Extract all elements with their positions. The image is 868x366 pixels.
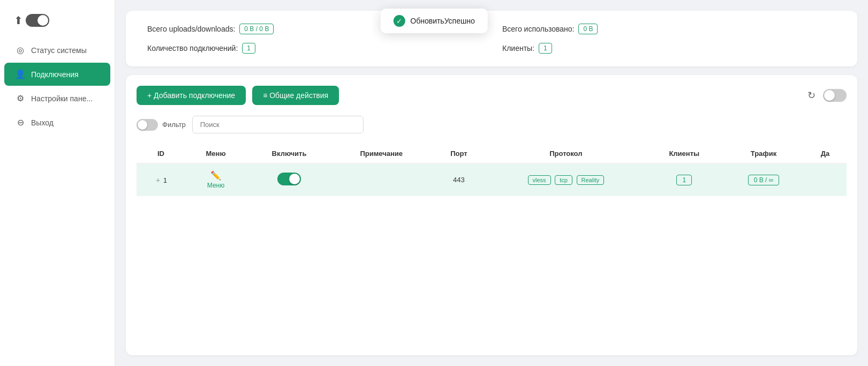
sidebar-item-panel-settings[interactable]: ⚙ Настройки пане... <box>4 87 110 110</box>
uploads-downloads-label: Всего uploads/downloads: <box>147 25 235 33</box>
toolbar-toggle-thumb <box>824 90 835 101</box>
connections-table: ID Меню Включить Примечание Порт Протоко… <box>137 144 847 196</box>
col-port: Порт <box>431 144 487 163</box>
filter-toggle-thumb <box>138 120 147 130</box>
menu-label: Меню <box>207 182 224 189</box>
connections-label: Количество подключений: <box>147 44 238 53</box>
content-card: + Добавить подключение ≡ Общие действия … <box>126 75 857 355</box>
toolbar-right: ↻ <box>805 87 847 103</box>
toolbar: + Добавить подключение ≡ Общие действия … <box>137 86 847 105</box>
cell-menu: ✏️ Меню <box>185 163 246 196</box>
col-id: ID <box>137 144 185 163</box>
stats-card: Всего uploads/downloads: 0 B / 0 B Всего… <box>126 11 857 66</box>
filter-label: Фильтр <box>162 121 186 129</box>
col-protocol: Протокол <box>487 144 645 163</box>
sidebar-item-connections[interactable]: 👤 Подключения <box>4 63 110 86</box>
clients-label: Клиенты: <box>502 44 534 53</box>
col-menu: Меню <box>185 144 246 163</box>
cell-da <box>804 163 847 196</box>
table-row: + 1 ✏️ Меню <box>137 163 847 196</box>
logout-icon: ⊖ <box>15 117 26 128</box>
proto-badge-vless: vless <box>528 175 551 185</box>
col-clients: Клиенты <box>645 144 723 163</box>
toast-success-icon: ✓ <box>393 15 405 27</box>
cell-enabled <box>246 163 332 196</box>
clients-value: 1 <box>539 43 552 54</box>
uploads-downloads-value: 0 B / 0 B <box>239 24 274 34</box>
col-traffic: Трафик <box>723 144 804 163</box>
filter-row: Фильтр <box>137 116 847 133</box>
connections-table-wrap: ID Меню Включить Примечание Порт Протоко… <box>137 144 847 345</box>
upload-icon: ⬆ <box>11 13 26 28</box>
row-id-value: 1 <box>163 176 167 184</box>
theme-toggle-thumb <box>37 15 48 26</box>
connections-icon: 👤 <box>15 69 26 79</box>
col-da: Да <box>804 144 847 163</box>
row-toggle-thumb <box>289 174 300 184</box>
cell-protocol: vless tcp Reality <box>487 163 645 196</box>
proto-badge-tcp: tcp <box>555 175 572 185</box>
filter-toggle[interactable] <box>137 119 158 131</box>
cell-clients: 1 <box>645 163 723 196</box>
total-used-stat: Всего использовано: 0 B <box>502 24 836 34</box>
row-expand-button[interactable]: + <box>155 175 161 185</box>
sidebar-label-panel-settings: Настройки пане... <box>31 94 93 103</box>
connections-value: 1 <box>242 43 255 54</box>
total-used-label: Всего использовано: <box>502 25 574 33</box>
theme-toggle-area[interactable]: ⬆ <box>0 9 115 39</box>
connections-stat: Количество подключений: 1 <box>147 43 481 54</box>
row-enable-toggle[interactable] <box>277 173 301 185</box>
toast-notification: ✓ ОбновитьУспешно <box>380 9 487 33</box>
system-status-icon: ◎ <box>15 45 26 55</box>
refresh-button[interactable]: ↻ <box>805 87 818 103</box>
sidebar-label-logout: Выход <box>31 118 54 127</box>
traffic-badge: 0 B / ∞ <box>748 175 780 185</box>
sidebar-nav: ◎ Статус системы 👤 Подключения ⚙ Настрой… <box>0 39 115 134</box>
sidebar-label-connections: Подключения <box>31 70 79 79</box>
theme-toggle[interactable] <box>26 14 49 27</box>
add-connection-button[interactable]: + Добавить подключение <box>137 86 246 105</box>
menu-button[interactable]: ✏️ Меню <box>194 170 238 189</box>
cell-note <box>332 163 431 196</box>
search-input[interactable] <box>192 116 364 133</box>
edit-icon: ✏️ <box>210 170 221 181</box>
col-note: Примечание <box>332 144 431 163</box>
clients-count-badge: 1 <box>676 175 692 185</box>
cell-id: + 1 <box>137 163 185 196</box>
sidebar-item-logout[interactable]: ⊖ Выход <box>4 111 110 134</box>
cell-traffic: 0 B / ∞ <box>723 163 804 196</box>
clients-stat: Клиенты: 1 <box>502 43 836 54</box>
sidebar-label-system-status: Статус системы <box>31 46 87 55</box>
cell-port: 443 <box>431 163 487 196</box>
filter-toggle-wrap: Фильтр <box>137 119 186 131</box>
general-actions-button[interactable]: ≡ Общие действия <box>252 86 339 105</box>
panel-settings-icon: ⚙ <box>15 93 26 103</box>
main-content: Всего uploads/downloads: 0 B / 0 B Всего… <box>115 0 868 366</box>
total-used-value: 0 B <box>578 24 598 34</box>
toolbar-toggle[interactable] <box>823 89 847 102</box>
sidebar: ⬆ ◎ Статус системы 👤 Подключения ⚙ Настр… <box>0 0 115 366</box>
col-enabled: Включить <box>246 144 332 163</box>
toast-message: ОбновитьУспешно <box>410 17 474 25</box>
sidebar-item-system-status[interactable]: ◎ Статус системы <box>4 39 110 62</box>
proto-badge-reality: Reality <box>577 175 605 185</box>
